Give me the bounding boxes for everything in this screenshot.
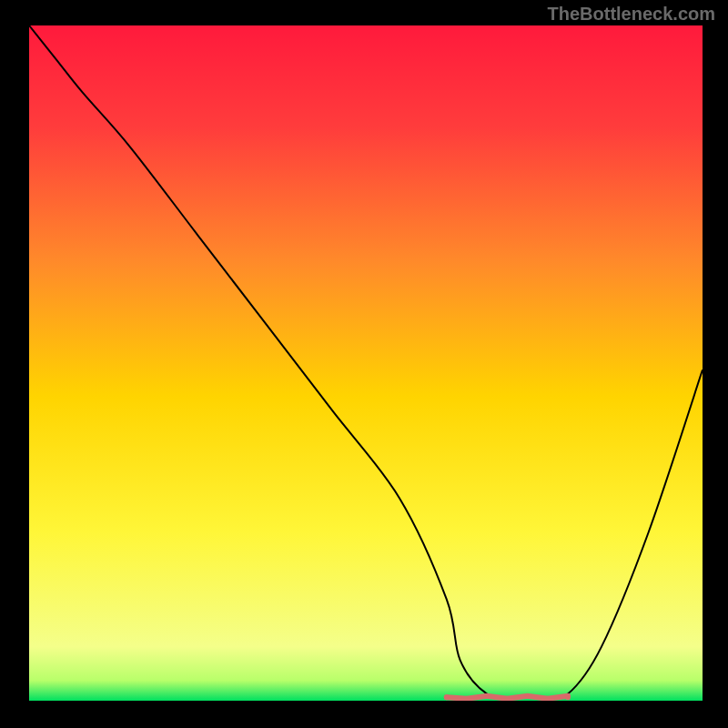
watermark-label: TheBottleneck.com (548, 4, 715, 25)
chart-svg (29, 25, 703, 701)
svg-point-1 (565, 694, 571, 700)
gradient-background (29, 25, 703, 701)
chart-plot-area (29, 25, 703, 701)
svg-point-0 (444, 694, 450, 700)
